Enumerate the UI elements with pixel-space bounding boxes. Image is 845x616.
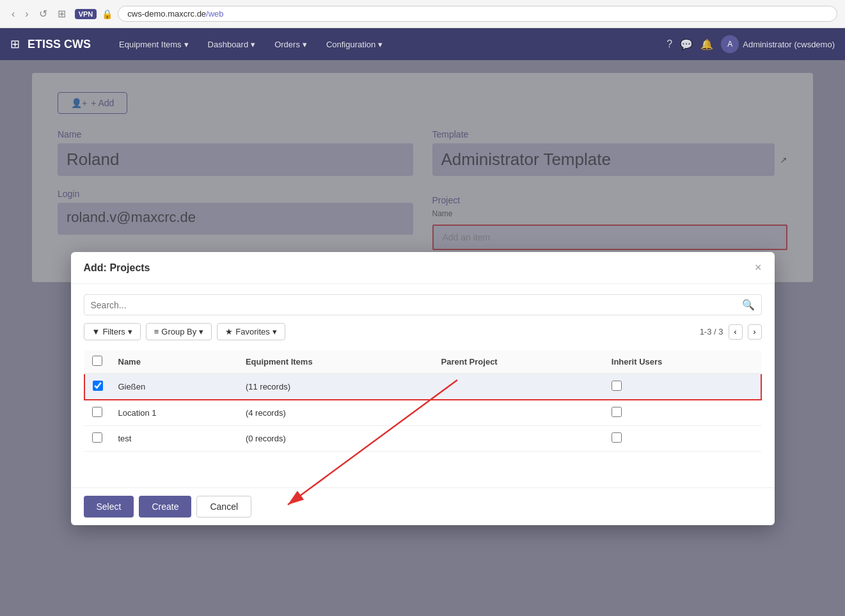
inherit-users-column-header: Inherit Users bbox=[604, 351, 761, 374]
row-checkbox[interactable] bbox=[92, 432, 102, 443]
select-button[interactable]: Select bbox=[84, 496, 134, 517]
back-button[interactable]: ‹ bbox=[8, 6, 19, 21]
chevron-down-icon: ▾ bbox=[303, 40, 307, 49]
chevron-down-icon: ▾ bbox=[184, 40, 189, 49]
tabs-button[interactable]: ⊞ bbox=[54, 6, 70, 21]
pagination: 1-3 / 3 ‹ › bbox=[700, 324, 762, 340]
pagination-text: 1-3 / 3 bbox=[700, 327, 723, 336]
row-equipment-items-cell: (11 records) bbox=[238, 374, 434, 400]
table-header: Name Equipment Items Parent Project Inhe… bbox=[84, 351, 761, 374]
row-name-cell: Gießen bbox=[111, 374, 238, 400]
row-equipment-items-cell: (0 records) bbox=[238, 426, 434, 452]
user-name: Administrator (cwsdemo) bbox=[743, 40, 835, 49]
nav-equipment-items[interactable]: Equipment Items ▾ bbox=[110, 36, 198, 53]
user-menu[interactable]: A Administrator (cwsdemo) bbox=[721, 35, 835, 53]
search-icon[interactable]: 🔍 bbox=[742, 299, 755, 311]
table-row[interactable]: Gießen (11 records) bbox=[84, 374, 761, 400]
forward-button[interactable]: › bbox=[21, 6, 32, 21]
chevron-down-icon: ▾ bbox=[251, 40, 255, 49]
browser-navigation[interactable]: ‹ › ↺ ⊞ bbox=[8, 6, 70, 21]
prev-page-button[interactable]: ‹ bbox=[729, 324, 743, 340]
select-all-checkbox[interactable] bbox=[92, 356, 102, 366]
bell-icon[interactable]: 🔔 bbox=[700, 38, 713, 51]
reload-button[interactable]: ↺ bbox=[35, 6, 51, 21]
chevron-down-icon: ▾ bbox=[199, 327, 203, 336]
row-name-cell: test bbox=[111, 426, 238, 452]
chevron-down-icon: ▾ bbox=[128, 327, 132, 336]
cancel-button[interactable]: Cancel bbox=[196, 496, 251, 517]
dialog-body: 🔍 ▼ Filters ▾ ≡ Group By ▾ bbox=[71, 284, 775, 487]
grid-icon[interactable]: ⊞ bbox=[10, 37, 20, 51]
row-inherit-users-cell bbox=[604, 400, 761, 426]
main-content: 👤+ + Add Name Roland Template Administra… bbox=[0, 60, 845, 616]
search-input[interactable] bbox=[91, 300, 742, 310]
row-checkbox-cell bbox=[84, 426, 111, 452]
search-row: 🔍 bbox=[84, 294, 762, 315]
url-domain: cws-demo.maxcrc.de bbox=[127, 9, 206, 19]
parent-project-column-header: Parent Project bbox=[434, 351, 604, 374]
row-checkbox[interactable] bbox=[92, 407, 102, 417]
select-all-column bbox=[84, 351, 111, 374]
inherit-users-checkbox[interactable] bbox=[612, 381, 622, 391]
nav-right: ? 💬 🔔 A Administrator (cwsdemo) bbox=[667, 35, 835, 53]
filter-icon: ▼ bbox=[92, 327, 100, 336]
equipment-items-column-header: Equipment Items bbox=[238, 351, 434, 374]
chevron-down-icon: ▾ bbox=[272, 327, 277, 336]
row-checkbox-cell bbox=[84, 374, 111, 400]
top-navigation: ⊞ ETISS CWS Equipment Items ▾ Dashboard … bbox=[0, 28, 845, 60]
name-column-header: Name bbox=[111, 351, 238, 374]
table-header-row: Name Equipment Items Parent Project Inhe… bbox=[84, 351, 761, 374]
url-bar[interactable]: cws-demo.maxcrc.de/web bbox=[118, 6, 837, 22]
help-icon[interactable]: ? bbox=[667, 38, 672, 50]
dialog-overlay: Add: Projects × 🔍 ▼ Filters ▾ bbox=[0, 60, 845, 616]
row-checkbox-cell bbox=[84, 400, 111, 426]
nav-configuration[interactable]: Configuration ▾ bbox=[317, 36, 391, 53]
browser-bar: ‹ › ↺ ⊞ VPN 🔒 cws-demo.maxcrc.de/web bbox=[0, 0, 845, 28]
table-row[interactable]: Location 1 (4 records) bbox=[84, 400, 761, 426]
nav-menu: Equipment Items ▾ Dashboard ▾ Orders ▾ C… bbox=[110, 36, 667, 53]
url-path: /web bbox=[206, 9, 223, 19]
star-icon: ★ bbox=[225, 327, 233, 336]
table-body: Gießen (11 records) Loca bbox=[84, 374, 761, 452]
row-checkbox[interactable] bbox=[93, 381, 103, 391]
chat-icon[interactable]: 💬 bbox=[680, 38, 693, 51]
dialog-close-button[interactable]: × bbox=[755, 261, 762, 274]
group-by-button[interactable]: ≡ Group By ▾ bbox=[146, 323, 212, 340]
projects-table: Name Equipment Items Parent Project Inhe… bbox=[84, 351, 762, 452]
list-icon: ≡ bbox=[154, 327, 159, 336]
row-parent-project-cell bbox=[434, 400, 604, 426]
inherit-users-checkbox[interactable] bbox=[612, 407, 622, 417]
table-row[interactable]: test (0 records) bbox=[84, 426, 761, 452]
next-page-button[interactable]: › bbox=[748, 324, 762, 340]
row-inherit-users-cell bbox=[604, 374, 761, 400]
filter-left: ▼ Filters ▾ ≡ Group By ▾ ★ Favorites bbox=[84, 323, 285, 340]
create-button[interactable]: Create bbox=[139, 496, 191, 517]
dialog-title: Add: Projects bbox=[84, 262, 150, 274]
filter-row: ▼ Filters ▾ ≡ Group By ▾ ★ Favorites bbox=[84, 323, 762, 340]
avatar: A bbox=[721, 35, 739, 53]
favorites-button[interactable]: ★ Favorites ▾ bbox=[217, 323, 285, 340]
row-equipment-items-cell: (4 records) bbox=[238, 400, 434, 426]
add-projects-dialog: Add: Projects × 🔍 ▼ Filters ▾ bbox=[71, 252, 775, 525]
chevron-down-icon: ▾ bbox=[378, 40, 383, 49]
nav-orders[interactable]: Orders ▾ bbox=[265, 36, 316, 53]
filters-button[interactable]: ▼ Filters ▾ bbox=[84, 323, 141, 340]
lock-icon: 🔒 bbox=[102, 9, 113, 19]
nav-dashboard[interactable]: Dashboard ▾ bbox=[199, 36, 265, 53]
dialog-footer: Select Create Cancel bbox=[71, 487, 775, 525]
vpn-badge: VPN bbox=[75, 9, 97, 19]
brand-logo: ETISS CWS bbox=[28, 38, 91, 51]
row-parent-project-cell bbox=[434, 374, 604, 400]
row-parent-project-cell bbox=[434, 426, 604, 452]
row-name-cell: Location 1 bbox=[111, 400, 238, 426]
inherit-users-checkbox[interactable] bbox=[612, 432, 622, 443]
row-inherit-users-cell bbox=[604, 426, 761, 452]
dialog-header: Add: Projects × bbox=[71, 252, 775, 284]
